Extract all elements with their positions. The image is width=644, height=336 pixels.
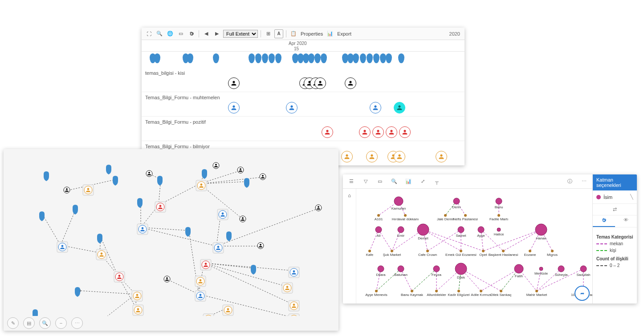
place-node[interactable] — [375, 290, 378, 292]
person-chip[interactable] — [372, 126, 384, 138]
timeline-shield[interactable] — [314, 53, 321, 63]
lc-person[interactable] — [315, 205, 322, 211]
person-node[interactable] — [497, 228, 501, 231]
person-node[interactable] — [375, 227, 382, 233]
place-node[interactable] — [502, 250, 505, 252]
export-icon[interactable]: 📊 — [326, 29, 334, 38]
linkchart-canvas[interactable] — [4, 149, 338, 316]
timeline-shield[interactable] — [367, 53, 373, 63]
stack-icon[interactable]: ▤ — [23, 317, 35, 329]
place-node[interactable] — [391, 250, 393, 252]
tree-icon[interactable]: ┬ — [433, 178, 441, 186]
place-node[interactable] — [444, 214, 447, 217]
zoom-in-icon[interactable]: 🔍 — [155, 29, 164, 38]
place-node[interactable] — [529, 250, 531, 252]
home-icon[interactable]: ⌂ — [346, 191, 354, 199]
chart-icon[interactable]: 📊 — [404, 178, 412, 186]
lc-person[interactable] — [237, 167, 244, 173]
place-node[interactable] — [435, 290, 438, 292]
info-icon[interactable]: ⓘ — [566, 178, 574, 186]
side-tab-view[interactable]: 👁 — [615, 215, 637, 227]
person-chip[interactable] — [399, 126, 411, 138]
lc-person-box[interactable] — [213, 243, 224, 253]
lc-person[interactable] — [240, 216, 246, 222]
person-chip[interactable] — [228, 77, 240, 89]
lc-person-box[interactable] — [155, 202, 166, 212]
lc-person-box[interactable] — [200, 259, 211, 270]
person-chip[interactable] — [394, 151, 405, 162]
lc-person-box[interactable] — [195, 291, 206, 301]
lc-person[interactable] — [213, 162, 219, 169]
lc-person-box[interactable] — [203, 314, 214, 316]
person-chip[interactable] — [386, 126, 397, 138]
lc-shield[interactable] — [44, 171, 49, 181]
place-node[interactable] — [535, 290, 538, 292]
lc-shield[interactable] — [226, 231, 232, 241]
person-chip[interactable] — [359, 126, 371, 138]
text-tool-icon[interactable]: A — [274, 29, 283, 38]
lc-person-box[interactable] — [217, 209, 228, 220]
timeline-shield[interactable] — [373, 53, 379, 63]
person-chip[interactable] — [314, 77, 326, 89]
swap-icon[interactable]: ⇄ — [613, 206, 617, 212]
lc-shield[interactable] — [251, 265, 256, 275]
properties-label[interactable]: Properties — [300, 31, 324, 36]
filter-icon[interactable]: ▽ — [362, 178, 370, 186]
person-node[interactable] — [458, 227, 464, 233]
settings-icon[interactable] — [187, 29, 196, 38]
place-node[interactable] — [411, 290, 413, 292]
place-node[interactable] — [464, 214, 467, 217]
lc-person-box[interactable] — [223, 305, 233, 316]
lc-shield[interactable] — [39, 211, 45, 221]
lc-shield[interactable] — [185, 227, 191, 237]
place-node[interactable] — [480, 290, 482, 292]
lc-person-box[interactable] — [289, 300, 299, 311]
zoom-full-icon[interactable]: ⛶ — [144, 29, 153, 38]
timeline-shield[interactable] — [213, 53, 219, 63]
lc-shield[interactable] — [202, 169, 207, 179]
place-node[interactable] — [377, 214, 380, 217]
timeline-shield[interactable] — [321, 53, 327, 63]
minus-icon[interactable]: − — [55, 317, 67, 329]
person-node[interactable] — [478, 227, 484, 233]
extent-select[interactable]: Full Extent — [223, 30, 258, 38]
timeline-shield[interactable] — [262, 53, 268, 63]
person-node[interactable] — [580, 266, 587, 272]
timeline-shield[interactable] — [360, 53, 366, 63]
lc-shield[interactable] — [75, 287, 80, 297]
more-menu-icon[interactable]: ⋯ — [580, 178, 588, 186]
select-icon[interactable]: ▭ — [176, 29, 185, 38]
lc-person-box[interactable] — [57, 242, 68, 252]
person-node[interactable] — [417, 224, 429, 235]
zoom-icon[interactable]: 🔍 — [39, 317, 51, 329]
person-node[interactable] — [539, 267, 543, 271]
lc-shield[interactable] — [137, 198, 143, 208]
zoom-tool-icon[interactable]: 🔍 — [390, 178, 398, 186]
person-chip[interactable] — [228, 102, 240, 113]
person-node[interactable] — [378, 266, 384, 272]
person-node[interactable] — [398, 227, 404, 233]
next-icon[interactable]: ▶ — [212, 29, 221, 38]
place-node[interactable] — [500, 290, 502, 292]
timeline-shield[interactable] — [275, 53, 281, 63]
place-node[interactable] — [497, 214, 500, 217]
person-chip[interactable] — [436, 151, 447, 162]
lc-person-box[interactable] — [133, 305, 143, 316]
timeline-shield[interactable] — [249, 53, 255, 63]
place-node[interactable] — [368, 250, 371, 252]
lc-shield[interactable] — [73, 205, 78, 215]
lc-person-box[interactable] — [132, 291, 143, 301]
person-node[interactable] — [398, 266, 404, 272]
person-chip[interactable] — [286, 102, 298, 113]
timeline-shield[interactable] — [386, 53, 392, 63]
person-node[interactable] — [394, 197, 403, 206]
layout1-icon[interactable]: ⊞ — [264, 29, 273, 38]
place-node[interactable] — [457, 290, 460, 292]
graph-canvas[interactable]: A101Hırdavat dükkanıJale DemirNefis Past… — [356, 189, 592, 304]
expand-icon[interactable]: ⤢ — [419, 178, 427, 186]
person-chip[interactable] — [345, 77, 356, 89]
person-chip[interactable] — [322, 126, 333, 138]
person-node[interactable] — [453, 198, 460, 204]
timeline-shield[interactable] — [398, 53, 404, 63]
timeline-shield[interactable] — [380, 53, 386, 63]
